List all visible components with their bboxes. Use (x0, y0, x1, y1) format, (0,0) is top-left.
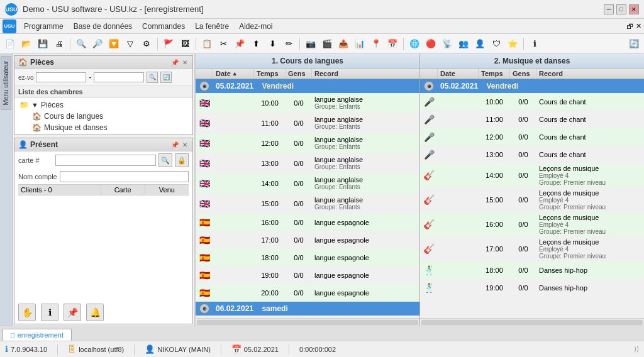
sched2-entry-1[interactable]: 🎤 11:00 0/0 Cours de chant (420, 111, 644, 128)
hand-button[interactable]: ✋ (18, 304, 36, 321)
panel-pin-button[interactable]: 📌 (170, 59, 180, 66)
tb-globe-button[interactable]: 🌐 (407, 36, 422, 52)
scroll-circle-1[interactable]: ⊕ (199, 81, 209, 91)
sched1-entry-8[interactable]: 🇪🇸 18:00 0/0 langue espagnole (196, 249, 419, 266)
resize-handle[interactable]: ⟩⟩ (634, 345, 639, 353)
sched2-entry-5[interactable]: 🎸 15:00 0/0 Leçons de musique Employé 4 … (420, 188, 644, 212)
tb-search2-button[interactable]: 🔎 (90, 36, 105, 52)
sched2-entry-7[interactable]: 🎸 17:00 0/0 Leçons de musique Employé 4 … (420, 237, 644, 261)
tb-shield-button[interactable]: 🛡 (489, 36, 504, 52)
card-input[interactable] (55, 155, 156, 166)
close-button[interactable]: ✕ (629, 4, 639, 14)
tb-media-button[interactable]: 📷 (303, 36, 318, 52)
tb-calendar-button[interactable]: 📅 (385, 36, 400, 52)
sched2-entry-3[interactable]: 🎤 13:00 0/0 Cours de chant (420, 146, 644, 163)
menubar-close[interactable]: ✕ (636, 22, 641, 30)
sched1-entry-1[interactable]: 🇬🇧 11:00 0/0 langue anglaise Groupe: Enf… (196, 113, 419, 133)
sched1-entry-6[interactable]: 🇪🇸 16:00 0/0 langue espagnole (196, 214, 419, 231)
tb-refresh-button[interactable]: 🔄 (626, 36, 641, 52)
card-lock-button[interactable]: 🔒 (175, 153, 189, 167)
tb-rss-button[interactable]: 📡 (440, 36, 455, 52)
tb-search-button[interactable]: 🔍 (74, 36, 89, 52)
menu-commandes[interactable]: Commandes (137, 21, 190, 32)
tree-item-pieces[interactable]: 📁 ▼ Pièces (14, 99, 192, 111)
tb-cut-button[interactable]: ✂ (216, 36, 231, 52)
scroll-circle-3[interactable]: ⊕ (424, 81, 434, 91)
tb-paste-button[interactable]: 📌 (232, 36, 247, 52)
tb-info-button[interactable]: ℹ (527, 36, 542, 52)
sched1-entry-10[interactable]: 🇪🇸 20:00 0/0 langue espagnole (196, 284, 419, 302)
sched2-col-date[interactable]: Date (438, 69, 479, 79)
sched2-col-gens[interactable]: Gens (510, 69, 536, 79)
tb-copy-button[interactable]: 📋 (199, 36, 214, 52)
sched1-col-gens[interactable]: Gens (286, 69, 312, 79)
enregistrement-tab[interactable]: □ enregistrement (3, 329, 72, 341)
sched2-col-record[interactable]: Record (536, 69, 644, 79)
tb-down-button[interactable]: ⬇ (265, 36, 280, 52)
tb-print-button[interactable]: 🖨 (52, 36, 67, 52)
tb-save-button[interactable]: 💾 (35, 36, 50, 52)
sched1-entry-7[interactable]: 🇪🇸 17:00 0/0 langue espagnole (196, 231, 419, 249)
sched1-entry-2[interactable]: 🇬🇧 12:00 0/0 langue anglaise Groupe: Enf… (196, 133, 419, 153)
hscroll-thumb-1[interactable] (197, 320, 418, 325)
tb-flag-button[interactable]: 🚩 (161, 36, 176, 52)
tb-user-button[interactable]: 👤 (472, 36, 487, 52)
sched2-entry-6[interactable]: 🎸 16:00 0/0 Leçons de musique Employé 4 … (420, 212, 644, 237)
tree-item-musique[interactable]: 🏠 Musique et danses (14, 122, 192, 133)
sched1-col-record[interactable]: Record (312, 69, 419, 79)
tb-img-button[interactable]: 🖼 (177, 36, 192, 52)
menu-fenetre[interactable]: La fenêtre (190, 21, 234, 32)
sched1-entry-4[interactable]: 🇬🇧 14:00 0/0 langue anglaise Groupe: Enf… (196, 173, 419, 194)
sched2-col-temps[interactable]: Temps (479, 69, 510, 79)
tb-network-button[interactable]: 🔴 (423, 36, 438, 52)
present-pin-button[interactable]: 📌 (170, 141, 180, 148)
sched1-entry-9[interactable]: 🇪🇸 19:00 0/0 langue espagnole (196, 266, 419, 284)
date-refresh-button[interactable]: 🔄 (160, 72, 172, 83)
sched2-entry-8[interactable]: 🕺 18:00 0/0 Danses hip-hop (420, 261, 644, 279)
sched2-entry-4[interactable]: 🎸 14:00 0/0 Leçons de musique Employé 4 … (420, 163, 644, 188)
date-from-input[interactable]: 05.02.2021 (36, 72, 86, 82)
tb-video-button[interactable]: 🎬 (319, 36, 335, 52)
tb-chart-button[interactable]: 📊 (352, 36, 367, 52)
scroll-circle-2[interactable]: ⊕ (199, 304, 209, 314)
tb-export-button[interactable]: 📤 (336, 36, 351, 52)
date-search-button[interactable]: 🔍 (147, 72, 158, 83)
minimize-button[interactable]: ─ (604, 4, 614, 14)
maximize-button[interactable]: □ (616, 4, 626, 14)
present-close-button[interactable]: ✕ (181, 141, 189, 148)
sched2-entry-0[interactable]: 🎤 10:00 0/0 Cours de chant (420, 93, 644, 111)
card-search-button[interactable]: 🔍 (158, 153, 172, 167)
tb-new-button[interactable]: 📄 (3, 36, 18, 52)
tb-edit-button[interactable]: ✏ (281, 36, 296, 52)
schedule-2-body[interactable]: ⊕ 05.02.2021 Vendredi 🎤 10:00 0/0 Cours … (420, 79, 644, 318)
name-input[interactable] (60, 171, 189, 182)
sched1-col-date[interactable]: Date ▲ (213, 69, 254, 79)
schedule-1-body[interactable]: ⊕ 05.02.2021 Vendredi 🇬🇧 10:00 0/0 (196, 79, 419, 318)
pin-button[interactable]: 📌 (64, 304, 81, 321)
bell-button[interactable]: 🔔 (86, 304, 104, 321)
menubar-restore[interactable]: 🗗 (626, 23, 633, 30)
sched1-entry-0[interactable]: 🇬🇧 10:00 0/0 langue anglaise Groupe: Enf… (196, 93, 419, 113)
date-to-input[interactable]: 06.02.2021 (94, 72, 144, 82)
sched2-entry-9[interactable]: 🕺 19:00 0/0 Danses hip-hop (420, 279, 644, 297)
tree-item-cours[interactable]: 🏠 Cours de langues (14, 111, 192, 122)
menu-base[interactable]: Base de données (69, 21, 137, 32)
panel-close-button[interactable]: ✕ (181, 59, 189, 66)
menu-programme[interactable]: Programme (19, 21, 69, 32)
tb-star-button[interactable]: ⭐ (505, 36, 520, 52)
tb-open-button[interactable]: 📂 (19, 36, 34, 52)
tb-up-button[interactable]: ⬆ (248, 36, 264, 52)
tb-settings-button[interactable]: ⚙ (139, 36, 154, 52)
menu-utilisateur-tab[interactable]: Menu utilisateur (1, 57, 11, 110)
menu-aide[interactable]: Aidez-moi (234, 21, 277, 32)
schedule-1-hscroll[interactable] (196, 318, 419, 326)
tb-location-button[interactable]: 📍 (369, 36, 384, 52)
sched1-col-temps[interactable]: Temps (254, 69, 286, 79)
info-button[interactable]: ℹ (41, 304, 58, 321)
tb-filter-button[interactable]: 🔽 (106, 36, 121, 52)
tb-users-button[interactable]: 👥 (456, 36, 471, 52)
sched1-entry-5[interactable]: 🇬🇧 15:00 0/0 langue anglaise Groupe: Enf… (196, 194, 419, 214)
tb-filter2-button[interactable]: ▽ (123, 36, 138, 52)
hscroll-thumb-2[interactable] (421, 320, 643, 325)
sched2-entry-2[interactable]: 🎤 12:00 0/0 Cours de chant (420, 128, 644, 146)
